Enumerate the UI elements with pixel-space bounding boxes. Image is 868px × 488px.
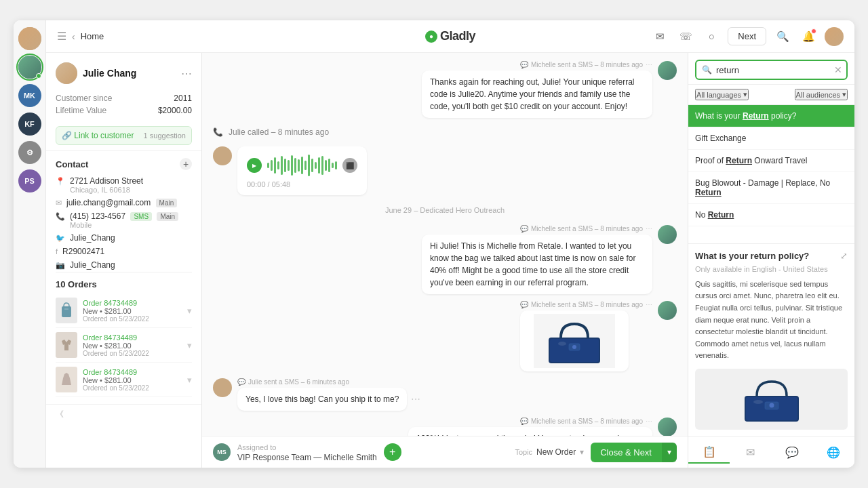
wave-bar bbox=[298, 159, 300, 171]
next-button[interactable]: Next bbox=[728, 27, 766, 45]
hamburger-button[interactable]: ☰ bbox=[57, 30, 66, 43]
search-clear-button[interactable]: ✕ bbox=[834, 64, 842, 75]
answer-detail-sub: Only available in English - United State… bbox=[695, 265, 848, 273]
answer-detail-title: What is your return policy? bbox=[695, 251, 809, 261]
customer-avatar bbox=[56, 62, 77, 84]
highlight-4: Return bbox=[695, 188, 722, 197]
more-options-icon[interactable]: ⋯ bbox=[181, 67, 192, 80]
customer-msg-sender: Julie sent a SMS – 6 minutes ago bbox=[248, 378, 349, 386]
answers-search-input[interactable] bbox=[716, 65, 830, 75]
msg-final-content: 💬 Michelle sent a SMS – 8 minutes ago ⋯ … bbox=[408, 418, 652, 436]
answer-bag-image bbox=[731, 372, 812, 426]
language-filter[interactable]: All languages ▾ bbox=[695, 89, 749, 100]
avatar-item-mk[interactable]: MK bbox=[18, 84, 41, 107]
msg-image-options[interactable]: ⋯ bbox=[646, 301, 652, 308]
wave-bar bbox=[335, 161, 337, 169]
customer-msg-bubble: Yes, I love this bag! Can you ship it to… bbox=[237, 388, 407, 411]
message-image: 💬 Michelle sent a SMS – 8 minutes ago ⋯ bbox=[213, 301, 677, 371]
msg-final-text: 100%! I just processed the order! You ca… bbox=[416, 434, 627, 436]
avatar-item-ps[interactable]: PS bbox=[18, 169, 41, 192]
lifetime-value-amount: $2000.00 bbox=[158, 106, 192, 115]
order-item-2[interactable]: Order 84734489 New • $281.00 Ordered on … bbox=[56, 328, 192, 363]
order-item-3[interactable]: Order 84734489 New • $281.00 Ordered on … bbox=[56, 363, 192, 397]
user-avatar[interactable] bbox=[825, 27, 844, 46]
order-id-1[interactable]: Order 84734489 bbox=[83, 299, 182, 307]
back-button[interactable]: ‹ bbox=[72, 31, 75, 42]
topic-label: Topic bbox=[515, 448, 532, 456]
mail-icon[interactable]: ✉ bbox=[650, 27, 669, 46]
close-next-split-button[interactable]: ▾ bbox=[661, 443, 677, 462]
msg-2-text: Hi Julie! This is Michelle from Retale. … bbox=[430, 241, 636, 287]
answer-item-5[interactable]: No Return bbox=[688, 204, 854, 226]
answers-search-area: 🔍 ✕ bbox=[688, 53, 854, 85]
orders-section: 10 Orders Order 84734 bbox=[46, 272, 201, 404]
phone-icon[interactable]: ☏ bbox=[676, 27, 695, 46]
notification-button[interactable]: 🔔 bbox=[799, 27, 818, 46]
msg-1-bubble: Thanks again for reaching out, Julie! Yo… bbox=[422, 70, 652, 118]
address-text: 2721 Addison Street Chicago, IL 60618 bbox=[70, 176, 143, 194]
conversation-body: 💬 Michelle sent a SMS – 8 minutes ago ⋯ … bbox=[202, 53, 688, 436]
avatar-initials-mk: MK bbox=[24, 92, 35, 100]
answers-tab-web[interactable]: 🌐 bbox=[813, 441, 854, 464]
audience-filter[interactable]: All audiences ▾ bbox=[795, 89, 848, 100]
order-chevron-3[interactable]: ▾ bbox=[187, 375, 192, 385]
answer-item-2[interactable]: Gift Exchange bbox=[688, 127, 854, 150]
topic-value: New Order bbox=[536, 447, 576, 457]
logo: ● Gladly bbox=[425, 29, 475, 43]
answers-tab-knowledge[interactable]: 📋 bbox=[688, 441, 730, 464]
msg-final-options[interactable]: ⋯ bbox=[646, 418, 652, 425]
order-details-1: Order 84734489 New • $281.00 Ordered on … bbox=[83, 299, 182, 323]
order-id-3[interactable]: Order 84734489 bbox=[83, 368, 182, 376]
customer-msg-content: 💬 Julie sent a SMS – 6 minutes ago Yes, … bbox=[237, 378, 420, 411]
answers-tab-chat[interactable]: 💬 bbox=[772, 441, 813, 464]
close-next-button[interactable]: Close & Next bbox=[591, 443, 661, 462]
nav-bar: ☰ ‹ Home ● Gladly ✉ ☏ ○ Next 🔍 bbox=[46, 20, 854, 53]
link-customer-bar[interactable]: 🔗 Link to customer 1 suggestion bbox=[56, 126, 192, 145]
answer-item-1[interactable]: What is your Return policy? bbox=[688, 105, 854, 127]
add-button[interactable]: + bbox=[384, 443, 401, 461]
search-icon-answers: 🔍 bbox=[702, 65, 712, 75]
answer-label-2: Gift Exchange bbox=[695, 134, 746, 143]
msg-final-bubble: 100%! I just processed the order! You ca… bbox=[408, 427, 652, 436]
answers-tab-mail[interactable]: ✉ bbox=[730, 441, 771, 464]
customer-bubble-row: Yes, I love this bag! Can you ship it to… bbox=[237, 388, 420, 411]
collapse-orders[interactable]: 《 bbox=[46, 404, 201, 424]
avatar-item-1[interactable] bbox=[18, 27, 41, 50]
add-contact-button[interactable]: + bbox=[180, 158, 192, 170]
shirt-icon bbox=[59, 336, 74, 354]
msg-2-options[interactable]: ⋯ bbox=[646, 225, 652, 232]
web-tab-icon: 🌐 bbox=[827, 446, 840, 459]
call-text: Julie called – 8 minutes ago bbox=[229, 127, 329, 137]
wave-bar bbox=[328, 159, 330, 172]
email-main-tag: Main bbox=[156, 199, 178, 207]
contact-email: ✉ julie.chang@gmail.com Main bbox=[46, 196, 201, 209]
svg-point-12 bbox=[769, 403, 774, 408]
order-id-2[interactable]: Order 84734489 bbox=[83, 333, 182, 342]
avatar-item-2[interactable] bbox=[18, 56, 41, 79]
highlight-5: Return bbox=[708, 210, 734, 220]
answer-item-4[interactable]: Bug Blowout - Damage | Replace, No Retur… bbox=[688, 172, 854, 204]
msg-image-meta: 💬 Michelle sent a SMS – 8 minutes ago ⋯ bbox=[520, 301, 652, 308]
order-chevron-2[interactable]: ▾ bbox=[187, 340, 192, 350]
avatar-item-gear[interactable]: ⚙ bbox=[18, 141, 41, 164]
answer-item-3[interactable]: Proof of Return Onward Travel bbox=[688, 150, 854, 172]
audio-play-button[interactable]: ▶ bbox=[247, 158, 262, 173]
chat-icon[interactable]: ○ bbox=[702, 27, 721, 46]
collapse-icon[interactable]: 《 bbox=[56, 409, 64, 419]
link-customer-text[interactable]: 🔗 Link to customer bbox=[62, 131, 134, 140]
order-chevron-1[interactable]: ▾ bbox=[187, 306, 192, 316]
avatar-item-kf[interactable]: KF bbox=[18, 113, 41, 136]
message-1: 💬 Michelle sent a SMS – 8 minutes ago ⋯ … bbox=[213, 61, 677, 118]
search-icon[interactable]: 🔍 bbox=[773, 27, 792, 46]
customer-msg-options[interactable]: ⋯ bbox=[411, 394, 420, 405]
msg-1-options[interactable]: ⋯ bbox=[646, 61, 652, 68]
wave-bar bbox=[274, 157, 276, 174]
wave-bar bbox=[304, 161, 307, 170]
home-link[interactable]: Home bbox=[81, 31, 104, 41]
topic-chevron-icon[interactable]: ▾ bbox=[580, 447, 584, 457]
msg-image-sender: Michelle sent a SMS – 8 minutes ago bbox=[531, 301, 643, 308]
msg-2-channel-icon: 💬 bbox=[520, 225, 528, 232]
msg-final-channel-icon: 💬 bbox=[520, 418, 528, 425]
expand-icon[interactable]: ⤢ bbox=[840, 251, 848, 261]
order-item-1[interactable]: Order 84734489 New • $281.00 Ordered on … bbox=[56, 293, 192, 328]
